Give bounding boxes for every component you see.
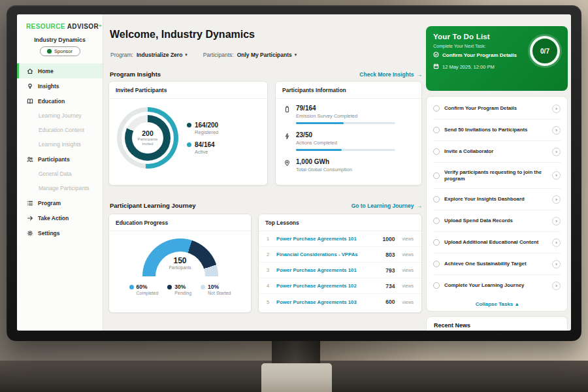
lesson-views: 600	[385, 299, 395, 305]
chevron-right-icon[interactable]: ›	[552, 105, 561, 113]
task-checkbox[interactable]	[433, 239, 440, 246]
task-checkbox[interactable]	[433, 105, 440, 112]
program-filter-label: Program:	[110, 52, 133, 58]
lesson-views-suffix: views	[402, 300, 414, 304]
chevron-right-icon[interactable]: ›	[552, 195, 561, 204]
program-filter[interactable]: Program: Industrialize Zero ▾	[110, 52, 188, 58]
legend-item-pending: 30% Pending	[167, 284, 191, 295]
sidebar-item-label: Insights	[38, 83, 59, 90]
task-row[interactable]: Complete Your Learning Journey ›	[433, 275, 561, 296]
legend-item-completed: 60% Completed	[129, 284, 159, 295]
participants-filter-value: Only My Participants	[237, 52, 292, 58]
home-icon	[27, 68, 33, 74]
sidebar-item-learning-insights[interactable]: Learning Insights	[17, 137, 103, 152]
program-insights-header: Program Insights Check More Insights →	[110, 71, 422, 78]
lesson-row[interactable]: 3 Power Purchase Agreements 101 793 view…	[259, 263, 421, 278]
arrow-right-icon: →	[417, 203, 423, 209]
lesson-views: 793	[385, 267, 395, 274]
gauge-center: 150 Participants	[142, 256, 218, 270]
gear-icon	[27, 230, 33, 237]
task-row[interactable]: Invite a Collaborator ›	[433, 141, 561, 163]
program-filter-value: Industrialize Zero	[137, 52, 182, 58]
lesson-title-link[interactable]: Power Purchase Agreements 101	[276, 267, 380, 273]
donut-center: 200 Participants Invited	[132, 122, 163, 154]
sidebar-item-education[interactable]: Education	[17, 93, 103, 108]
chevron-right-icon[interactable]: ›	[552, 282, 561, 290]
sidebar-item-learning-journey[interactable]: Learning Journey	[17, 108, 103, 123]
task-checkbox[interactable]	[433, 261, 440, 267]
lesson-views: 1000	[383, 236, 395, 242]
task-label: Upload Additional Educational Content	[444, 239, 547, 246]
check-more-insights-link[interactable]: Check More Insights →	[359, 71, 422, 78]
task-row[interactable]: Explore Your Insights Dashboard ›	[433, 189, 561, 210]
task-row[interactable]: Upload Additional Educational Content ›	[433, 232, 561, 253]
donut-center-value: 200	[142, 129, 154, 137]
sidebar-item-label: Take Action	[38, 215, 69, 221]
participants-information-card: Participants Information 79/164 Emission…	[275, 81, 422, 186]
task-checkbox[interactable]	[433, 218, 440, 224]
task-row[interactable]: Verify participants requesting to join t…	[433, 163, 561, 189]
sidebar-item-label: Education	[38, 98, 65, 105]
sidebar-item-participants[interactable]: Participants	[17, 152, 103, 167]
chevron-right-icon[interactable]: ›	[552, 238, 561, 247]
sidebar-item-label: Settings	[38, 230, 60, 237]
chevron-right-icon[interactable]: ›	[552, 260, 561, 269]
sidebar-item-program[interactable]: Program	[17, 195, 103, 210]
sidebar-item-take-action[interactable]: Take Action	[17, 210, 103, 225]
task-row[interactable]: Send 50 Invitations to Participants ›	[433, 120, 561, 141]
legend-dot	[201, 285, 205, 289]
sidebar-item-home[interactable]: Home	[17, 63, 103, 78]
app-logo: RESOURCE ADVISOR+	[17, 14, 103, 30]
lesson-title-link[interactable]: Power Purchase Agreements 103	[276, 299, 380, 305]
lesson-rank: 4	[267, 283, 271, 289]
donut-chart: 200 Participants Invited	[117, 107, 178, 169]
collapse-tasks-link[interactable]: Collapse Tasks ▴	[433, 296, 561, 310]
sponsor-badge: Sponsor	[40, 46, 80, 56]
stat-value: 1,000 GWh	[296, 158, 352, 165]
task-row[interactable]: Upload Spend Data Records ›	[433, 210, 561, 232]
sidebar-item-education-content[interactable]: Education Content	[17, 123, 103, 137]
logo-secondary: ADVISOR	[67, 23, 99, 30]
legend-value: 30%	[174, 284, 191, 290]
lesson-row[interactable]: 1 Power Purchase Agreements 101 1000 vie…	[259, 231, 421, 247]
chevron-right-icon[interactable]: ›	[552, 148, 561, 156]
sidebar-item-manage-participants[interactable]: Manage Participants	[17, 181, 103, 195]
legend-item-not-started: 10% Not Started	[201, 284, 231, 295]
chevron-right-icon[interactable]: ›	[552, 126, 561, 135]
lesson-rank: 1	[267, 236, 271, 242]
chevron-right-icon[interactable]: ›	[552, 217, 561, 225]
monitor-stand-base	[261, 363, 332, 392]
sponsor-badge-label: Sponsor	[54, 48, 73, 54]
go-to-learning-journey-link[interactable]: Go to Learning Journey →	[351, 203, 422, 209]
task-checkbox[interactable]	[433, 282, 440, 289]
stat-label: Emission Survey Completed	[296, 113, 395, 119]
task-row[interactable]: Achieve One Sustainability Target ›	[433, 253, 561, 275]
recent-news-card: Recent News	[426, 316, 568, 331]
task-checkbox[interactable]	[433, 196, 440, 203]
dashboard-screen: RESOURCE ADVISOR+ Industry Dynamics Spon…	[17, 14, 571, 331]
lesson-row[interactable]: 5 Power Purchase Agreements 103 600 view…	[259, 294, 421, 310]
lesson-row[interactable]: 4 Power Purchase Agreements 102 734 view…	[259, 278, 421, 294]
lesson-rank: 2	[267, 252, 271, 257]
task-row[interactable]: Confirm Your Program Details ›	[433, 98, 561, 120]
task-checkbox[interactable]	[433, 148, 440, 155]
task-label: Explore Your Insights Dashboard	[444, 196, 547, 203]
sidebar-item-insights[interactable]: Insights	[17, 78, 103, 93]
chevron-right-icon[interactable]: ›	[552, 171, 561, 180]
legend-value: 60%	[137, 284, 159, 290]
legend-value: 84/164	[195, 141, 215, 148]
lesson-title-link[interactable]: Power Purchase Agreements 101	[276, 236, 378, 242]
lesson-row[interactable]: 2 Financial Considerations - VPPAs 803 v…	[259, 247, 421, 263]
sidebar-item-label: Education Content	[39, 127, 84, 133]
sidebar-item-general-data[interactable]: General Data	[17, 167, 103, 181]
lesson-title-link[interactable]: Power Purchase Agreements 102	[276, 283, 380, 289]
task-label: Send 50 Invitations to Participants	[444, 127, 547, 133]
task-checkbox[interactable]	[433, 127, 440, 133]
participants-filter[interactable]: Participants: Only My Participants ▾	[203, 52, 297, 58]
sidebar-item-settings[interactable]: Settings	[17, 225, 103, 240]
task-checkbox[interactable]	[433, 172, 440, 179]
todo-header-card: Your To Do List Complete Your Next Task:…	[426, 26, 568, 91]
chevron-down-icon: ▾	[185, 52, 188, 57]
lesson-title-link[interactable]: Financial Considerations - VPPAs	[276, 252, 380, 257]
sidebar-nav: Home Insights Education Learning Journey	[17, 63, 103, 240]
